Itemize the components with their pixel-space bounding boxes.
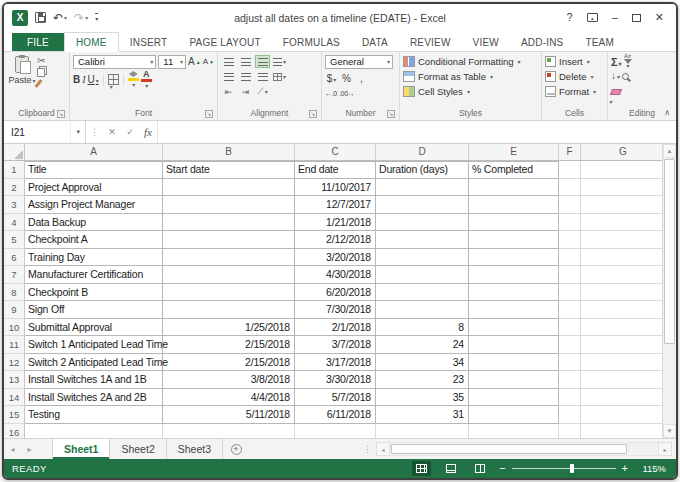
horizontal-scroll-thumb[interactable] — [391, 444, 627, 454]
increase-indent-icon[interactable]: ⇥ — [238, 85, 253, 98]
column-header-B[interactable]: B — [163, 144, 295, 160]
sort-filter-button[interactable]: Az — [624, 54, 632, 69]
cell-F15[interactable] — [559, 406, 581, 424]
cell-F3[interactable] — [559, 196, 581, 214]
clear-button[interactable] — [610, 89, 622, 95]
help-button[interactable]: ? — [567, 12, 573, 23]
cell-E15[interactable] — [469, 406, 559, 424]
cell-D10[interactable]: 8 — [376, 319, 469, 337]
cell-C13[interactable]: 3/30/2018 — [295, 371, 376, 389]
zoom-slider[interactable] — [512, 468, 616, 469]
cell-B8[interactable] — [163, 284, 295, 302]
row-header-14[interactable]: 14 — [4, 389, 25, 407]
cell-G3[interactable] — [581, 196, 662, 214]
tab-add-ins[interactable]: ADD-INS — [510, 33, 575, 51]
cell-G9[interactable] — [581, 301, 662, 319]
cell-F16[interactable] — [559, 424, 581, 439]
cell-A14[interactable]: Install Switches 2A and 2B — [25, 389, 163, 407]
cell-D13[interactable]: 23 — [376, 371, 469, 389]
copy-icon[interactable] — [37, 68, 45, 77]
formula-input[interactable] — [157, 121, 676, 143]
cell-D16[interactable] — [376, 424, 469, 439]
maximize-button[interactable] — [632, 14, 641, 22]
row-header-6[interactable]: 6 — [4, 249, 25, 267]
next-sheet-icon[interactable]: ▸ — [21, 439, 38, 459]
grow-font-icon[interactable]: A▲ — [188, 56, 201, 67]
borders-button[interactable] — [108, 74, 119, 85]
cell-E8[interactable] — [469, 284, 559, 302]
align-left-button[interactable] — [221, 70, 236, 83]
orientation-button[interactable]: ⟋ — [255, 85, 270, 98]
tab-team[interactable]: TEAM — [574, 33, 625, 51]
page-break-view-button[interactable] — [470, 461, 489, 476]
cell-E14[interactable] — [469, 389, 559, 407]
cell-D7[interactable] — [376, 266, 469, 284]
cell-A3[interactable]: Assign Project Manager — [25, 196, 163, 214]
cell-D8[interactable] — [376, 284, 469, 302]
cell-E9[interactable] — [469, 301, 559, 319]
cell-E10[interactable] — [469, 319, 559, 337]
normal-view-button[interactable] — [412, 461, 431, 476]
cell-D9[interactable] — [376, 301, 469, 319]
cell-C10[interactable]: 2/1/2018 — [295, 319, 376, 337]
cell-A5[interactable]: Checkpoint A — [25, 231, 163, 249]
row-header-15[interactable]: 15 — [4, 406, 25, 424]
cell-styles-button[interactable]: Cell Styles — [403, 84, 538, 99]
previous-sheet-icon[interactable]: ◂ — [4, 439, 21, 459]
column-header-F[interactable]: F — [559, 144, 581, 160]
cell-D2[interactable] — [376, 179, 469, 197]
find-select-icon[interactable] — [622, 73, 629, 80]
insert-cells-button[interactable]: Insert — [545, 54, 604, 69]
cell-D4[interactable] — [376, 214, 469, 232]
select-all-corner[interactable] — [4, 144, 25, 160]
row-header-12[interactable]: 12 — [4, 354, 25, 372]
cell-E12[interactable] — [469, 354, 559, 372]
font-dialog-launcher[interactable]: ↘ — [205, 110, 213, 118]
cell-B14[interactable]: 4/4/2018 — [163, 389, 295, 407]
cell-D5[interactable] — [376, 231, 469, 249]
cell-G5[interactable] — [581, 231, 662, 249]
tab-page-layout[interactable]: PAGE LAYOUT — [178, 33, 271, 51]
cell-G6[interactable] — [581, 249, 662, 267]
cell-B13[interactable]: 3/8/2018 — [163, 371, 295, 389]
column-header-E[interactable]: E — [469, 144, 559, 160]
cell-G8[interactable] — [581, 284, 662, 302]
cell-F4[interactable] — [559, 214, 581, 232]
cell-A12[interactable]: Switch 2 Anticipated Lead Time — [25, 354, 163, 372]
minimize-button[interactable]: – — [612, 12, 618, 23]
cell-D1[interactable]: Duration (days) — [376, 161, 469, 179]
cell-F9[interactable] — [559, 301, 581, 319]
customize-qat-icon[interactable]: ▾ — [95, 13, 98, 22]
cell-B10[interactable]: 1/25/2018 — [163, 319, 295, 337]
tab-data[interactable]: DATA — [351, 33, 399, 51]
redo-button[interactable]: ↷▾ — [74, 12, 88, 24]
tab-review[interactable]: REVIEW — [399, 33, 462, 51]
shrink-font-icon[interactable]: A▼ — [203, 57, 214, 66]
cell-B3[interactable] — [163, 196, 295, 214]
alignment-dialog-launcher[interactable]: ↘ — [309, 110, 317, 118]
increase-decimal-button[interactable]: ←.0 — [325, 90, 337, 97]
cell-C16[interactable] — [295, 424, 376, 439]
cell-G14[interactable] — [581, 389, 662, 407]
cut-icon[interactable]: ✂ — [37, 56, 45, 66]
name-box-dropdown-icon[interactable]: ▾ — [70, 121, 85, 143]
decrease-indent-icon[interactable]: ⇤ — [221, 85, 236, 98]
tab-home[interactable]: HOME — [64, 32, 119, 52]
cell-B7[interactable] — [163, 266, 295, 284]
cell-F6[interactable] — [559, 249, 581, 267]
bottom-align-button[interactable] — [255, 55, 270, 68]
cell-E11[interactable] — [469, 336, 559, 354]
row-header-2[interactable]: 2 — [4, 179, 25, 197]
cell-G13[interactable] — [581, 371, 662, 389]
top-align-button[interactable] — [221, 55, 236, 68]
cell-A1[interactable]: Title — [25, 161, 163, 179]
insert-function-icon[interactable]: fx — [139, 121, 157, 143]
undo-button[interactable]: ↶▾ — [53, 12, 67, 24]
cell-A9[interactable]: Sign Off — [25, 301, 163, 319]
cell-B6[interactable] — [163, 249, 295, 267]
column-header-G[interactable]: G — [581, 144, 662, 160]
sheet-tab-sheet1[interactable]: Sheet1 — [52, 439, 110, 459]
row-header-16[interactable]: 16 — [4, 424, 25, 439]
tab-insert[interactable]: INSERT — [119, 33, 179, 51]
cell-B12[interactable]: 2/15/2018 — [163, 354, 295, 372]
